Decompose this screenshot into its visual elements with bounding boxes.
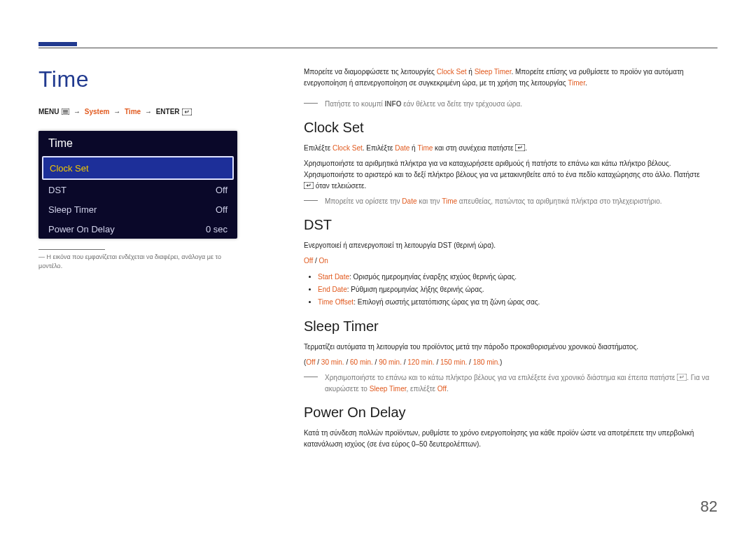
arrow-icon: →	[74, 108, 80, 115]
dst-bullets: Start Date: Ορισμός ημερομηνίας έναρξης …	[304, 271, 710, 309]
section-title-clock-set: Clock Set	[304, 120, 710, 136]
enter-label: ENTER	[156, 108, 180, 115]
panel-caption: ― Η εικόνα που εμφανίζεται ενδέχεται να …	[38, 253, 237, 270]
row-label: Sleep Timer	[48, 204, 216, 215]
enter-icon	[677, 374, 687, 381]
row-value: Off	[216, 185, 227, 195]
page-number: 82	[701, 498, 718, 516]
sleep-timer-options: (Off / 30 min. / 60 min. / 90 min. / 120…	[304, 357, 710, 368]
section-title-power-on-delay: Power On Delay	[304, 405, 710, 421]
menu-label: MENU	[38, 108, 59, 115]
arrow-icon: →	[113, 108, 120, 115]
bullet-end-date: End Date: Ρύθμιση ημερομηνίας λήξης θερι…	[318, 283, 710, 296]
time-menu-panel: Time Clock Set DST Off Sleep Timer Off P…	[38, 131, 237, 239]
dst-paragraph: Ενεργοποιεί ή απενεργοποιεί τη λειτουργί…	[304, 240, 710, 251]
section-title-dst: DST	[304, 217, 710, 233]
page-title: Time	[38, 66, 237, 92]
menu-path: MENU → System → Time → ENTER	[38, 108, 237, 117]
row-label: Clock Set	[50, 163, 226, 174]
note-dash-icon	[304, 103, 318, 110]
sleep-timer-paragraph: Τερματίζει αυτόματα τη λειτουργία του πρ…	[304, 342, 710, 353]
clock-set-paragraph-1: Επιλέξτε Clock Set. Επιλέξτε Date ή Time…	[304, 143, 710, 154]
menu-row-dst[interactable]: DST Off	[38, 180, 237, 199]
caption-divider	[38, 249, 105, 250]
page-header-decoration	[38, 42, 718, 48]
intro-note: Πατήστε το κουμπί INFO εάν θέλετε να δεί…	[304, 99, 710, 110]
power-on-delay-paragraph: Κατά τη σύνδεση πολλών προϊόντων, ρυθμίσ…	[304, 428, 710, 450]
enter-icon	[182, 108, 192, 117]
enter-icon	[515, 144, 525, 152]
row-label: Power On Delay	[48, 224, 206, 234]
bullet-start-date: Start Date: Ορισμός ημερομηνίας έναρξης …	[318, 271, 710, 283]
row-value: Off	[216, 204, 227, 215]
arrow-icon: →	[145, 108, 152, 115]
breadcrumb-system: System	[85, 108, 110, 115]
note-dash-icon	[304, 377, 318, 395]
row-label: DST	[48, 185, 216, 195]
intro-paragraph: Μπορείτε να διαμορφώσετε τις λειτουργίες…	[304, 66, 710, 89]
menu-icon	[62, 108, 69, 116]
enter-icon	[304, 182, 314, 190]
note-dash-icon	[304, 200, 318, 207]
menu-row-sleep-timer[interactable]: Sleep Timer Off	[38, 199, 237, 219]
section-title-sleep-timer: Sleep Timer	[304, 318, 710, 335]
panel-title: Time	[38, 131, 237, 156]
dst-options: Off / On	[304, 255, 710, 267]
clock-set-paragraph-2: Χρησιμοποιήστε τα αριθμητικά πλήκτρα για…	[304, 158, 710, 192]
bullet-time-offset: Time Offset: Επιλογή σωστής μετατόπισης …	[318, 296, 710, 309]
menu-row-power-on-delay[interactable]: Power On Delay 0 sec	[38, 219, 237, 239]
breadcrumb-time: Time	[125, 108, 141, 115]
menu-row-clock-set[interactable]: Clock Set	[42, 156, 234, 180]
row-value: 0 sec	[206, 224, 227, 234]
sleep-timer-note: Χρησιμοποιήστε το επάνω και το κάτω πλήκ…	[304, 372, 710, 395]
clock-set-note: Μπορείτε να ορίσετε την Date και την Tim…	[304, 196, 710, 207]
